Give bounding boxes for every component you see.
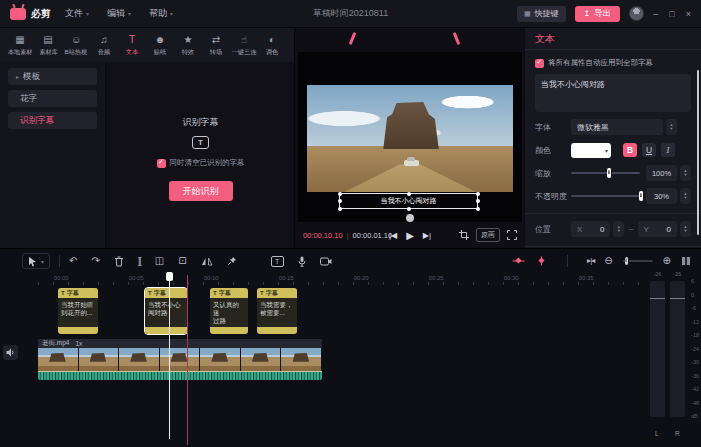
fullscreen-icon[interactable] xyxy=(507,230,517,240)
resize-handle[interactable] xyxy=(338,207,342,211)
video-clip[interactable]: 老街.mp4 1x xyxy=(38,339,322,380)
scale-stepper[interactable]: ▴▾ xyxy=(680,165,691,181)
split-button[interactable]: ][ xyxy=(138,256,141,266)
crop-icon[interactable] xyxy=(459,230,469,240)
font-stepper[interactable]: ▴▾ xyxy=(666,119,677,135)
playhead-line[interactable] xyxy=(169,273,170,439)
media-toolbar-label: 本地素材 xyxy=(8,47,33,56)
microphone-icon[interactable] xyxy=(298,256,306,267)
slider-thumb[interactable] xyxy=(607,168,612,178)
media-toolbar-item[interactable]: ▤ 素材库 xyxy=(34,34,62,57)
delete-button[interactable] xyxy=(114,256,124,267)
timeline-zoom-slider[interactable] xyxy=(623,260,653,262)
media-toolbar-label: 转场 xyxy=(210,47,222,56)
recognize-subtitles-icon[interactable]: T xyxy=(271,256,284,267)
resize-handle[interactable] xyxy=(338,192,342,196)
scale-slider[interactable] xyxy=(571,172,640,174)
user-avatar[interactable] xyxy=(629,6,644,21)
resize-handle[interactable] xyxy=(338,199,342,203)
sidebar-item[interactable]: ▸ 模板 xyxy=(8,68,97,85)
track-mute-button[interactable] xyxy=(3,345,18,360)
redo-button[interactable]: ↷ xyxy=(91,256,99,266)
media-toolbar-item[interactable]: ◐ 调色 xyxy=(258,34,286,57)
position-x-input[interactable]: X 0 xyxy=(571,221,610,237)
color-select[interactable]: ▾ xyxy=(571,143,611,158)
subtitle-clip[interactable]: T 字幕 当我需要， 被需要... xyxy=(257,288,297,334)
minimize-button[interactable]: – xyxy=(653,9,658,19)
subtitle-clip[interactable]: T 字幕 当我不小心 闯对路 xyxy=(145,288,187,334)
select-tool-button[interactable]: ▾ xyxy=(22,253,50,269)
resize-handle[interactable] xyxy=(476,207,480,211)
media-toolbar-item[interactable]: ☝ 一键三连 xyxy=(230,34,258,57)
media-toolbar-item[interactable]: ▦ 本地素材 xyxy=(6,34,34,57)
subtitle-text-input[interactable]: 当我不小心闯对路 xyxy=(535,74,691,112)
playhead-handle[interactable] xyxy=(166,272,173,281)
maximize-button[interactable]: □ xyxy=(669,9,674,19)
subtitle-selection-box[interactable]: 当我不小心闯对路 xyxy=(339,193,478,209)
media-toolbar-icon: ★ xyxy=(184,34,193,46)
snap-toggle-icon[interactable]: ▸|◂ xyxy=(587,256,594,266)
undo-button[interactable]: ↶ xyxy=(69,256,77,266)
slider-thumb[interactable] xyxy=(639,191,644,201)
media-toolbar-label: 素材库 xyxy=(39,47,57,56)
rotate-handle[interactable] xyxy=(406,214,414,222)
sidebar-item-label: 识别字幕 xyxy=(20,115,54,127)
y-stepper[interactable]: ▴▾ xyxy=(680,221,691,237)
start-recognition-button[interactable]: 开始识别 xyxy=(169,181,233,201)
camera-record-icon[interactable] xyxy=(320,257,332,266)
overwrite-button[interactable]: ⊡ xyxy=(178,256,186,266)
font-family-select[interactable]: 微软雅黑 xyxy=(571,119,663,135)
underline-button[interactable]: U xyxy=(642,143,656,157)
bold-button[interactable]: B xyxy=(623,143,637,157)
pin-button[interactable] xyxy=(227,256,237,266)
resize-handle[interactable] xyxy=(476,199,480,203)
left-channel-label: L xyxy=(655,430,659,437)
manual-beat-icon[interactable] xyxy=(535,256,548,266)
export-button[interactable]: ↥ 导出 xyxy=(575,6,621,22)
media-toolbar-item[interactable]: T 文本 xyxy=(118,34,146,57)
zoom-out-icon[interactable]: ⊖ xyxy=(604,256,612,266)
scrollbar[interactable] xyxy=(697,70,699,235)
menu-item[interactable]: 文件 xyxy=(65,7,89,20)
media-toolbar-item[interactable]: ☺ B站热梗 xyxy=(62,34,90,57)
close-button[interactable]: × xyxy=(686,9,691,19)
opacity-stepper[interactable]: ▴▾ xyxy=(680,188,691,204)
opacity-slider[interactable] xyxy=(571,195,640,197)
play-button[interactable]: ▶ xyxy=(406,230,414,241)
preview-canvas[interactable]: 当我不小心闯对路 xyxy=(298,52,522,222)
resize-handle[interactable] xyxy=(407,207,411,211)
media-toolbar-item[interactable]: ⇄ 转场 xyxy=(202,34,230,57)
subtitle-clip[interactable]: T 字幕 当我开始听 到花开的... xyxy=(58,288,98,334)
trim-button[interactable]: ◫ xyxy=(155,256,164,266)
menubar: 文件编辑帮助 xyxy=(65,7,173,20)
preview-controls: 00:00.10.10 | 00:00.01.10 |◀ ▶ ▶| 原画 xyxy=(296,222,524,248)
italic-button[interactable]: I xyxy=(661,143,675,157)
position-y-input[interactable]: Y 0 xyxy=(638,221,677,237)
original-quality-button[interactable]: 原画 xyxy=(476,228,500,242)
db-scale-label: 6 xyxy=(691,279,699,285)
menu-item[interactable]: 帮助 xyxy=(149,7,173,20)
media-toolbar-item[interactable]: ♫ 音频 xyxy=(90,34,118,57)
resize-handle[interactable] xyxy=(476,192,480,196)
apply-all-checkbox[interactable] xyxy=(535,59,544,68)
next-frame-button[interactable]: ▶| xyxy=(423,231,431,240)
mirror-button[interactable] xyxy=(201,256,213,266)
db-scale-label: -36 xyxy=(691,374,699,380)
sidebar-item[interactable]: 识别字幕 xyxy=(8,112,97,129)
subtitle-clip[interactable]: T 字幕 又认真的迷 过路 xyxy=(210,288,248,334)
resize-handle[interactable] xyxy=(407,192,411,196)
x-stepper[interactable]: ▴▾ xyxy=(613,221,624,237)
zoom-in-icon[interactable]: ⊕ xyxy=(663,256,671,266)
clear-subtitles-checkbox[interactable] xyxy=(157,159,166,168)
prev-frame-button[interactable]: |◀ xyxy=(389,231,397,240)
sidebar-item[interactable]: 花字 xyxy=(8,90,97,107)
slider-thumb[interactable] xyxy=(625,257,629,265)
auto-beat-icon[interactable] xyxy=(512,256,525,266)
shortcuts-button[interactable]: ▦ 快捷键 xyxy=(517,6,566,22)
media-toolbar-item[interactable]: ★ 特效 xyxy=(174,34,202,57)
media-toolbar-item[interactable]: ☻ 贴纸 xyxy=(146,34,174,57)
track-layout-icon[interactable] xyxy=(681,256,691,266)
timeline-ruler[interactable]: 00:0000:0500:1000:1500:2000:2500:3000:35 xyxy=(0,273,645,286)
timeline: ▾ ↶ ↷ ][ ◫ ⊡ T xyxy=(0,248,701,447)
menu-item[interactable]: 编辑 xyxy=(107,7,131,20)
